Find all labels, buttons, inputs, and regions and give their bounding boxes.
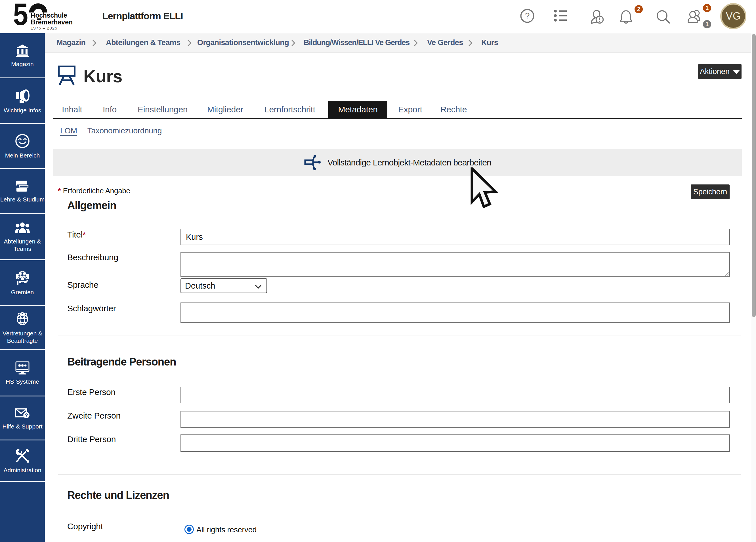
svg-text:?: ? <box>25 412 28 418</box>
svg-text:?: ? <box>525 11 530 20</box>
